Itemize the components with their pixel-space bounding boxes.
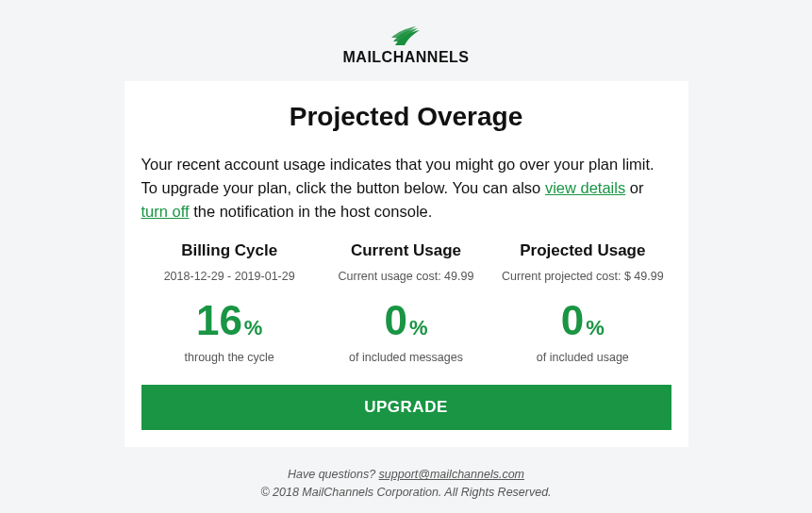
mailchannels-wing-icon (391, 26, 422, 47)
intro-post: the notification in the host console. (190, 203, 433, 220)
projected-usage-stat: Projected Usage Current projected cost: … (494, 241, 671, 364)
footer: Have questions? support@mailchannels.com… (0, 466, 812, 502)
projected-sub: Current projected cost: $ 49.99 (500, 270, 665, 283)
logo-text: MAILCHANNELS (343, 49, 470, 66)
current-percent: % (409, 318, 428, 339)
intro-mid: or (625, 179, 643, 196)
billing-title: Billing Cycle (147, 241, 312, 260)
upgrade-button[interactable]: UPGRADE (141, 385, 671, 430)
projected-number: 0 (561, 300, 584, 341)
billing-percent: % (244, 318, 263, 339)
page-container: MAILCHANNELS Projected Overage Your rece… (0, 0, 812, 502)
logo: MAILCHANNELS (343, 26, 470, 66)
billing-value: 16 % (196, 300, 263, 341)
current-sub: Current usage cost: 49.99 (323, 270, 489, 283)
support-email-link[interactable]: support@mailchannels.com (379, 468, 524, 481)
billing-number: 16 (196, 300, 242, 341)
page-title: Projected Overage (141, 102, 671, 132)
footer-line1: Have questions? support@mailchannels.com (0, 466, 812, 484)
turn-off-link[interactable]: turn off (141, 203, 190, 220)
intro-text: Your recent account usage indicates that… (141, 153, 671, 223)
footer-question: Have questions? (288, 468, 379, 481)
billing-cycle-stat: Billing Cycle 2018-12-29 - 2019-01-29 16… (141, 241, 318, 364)
projected-percent: % (586, 318, 605, 339)
current-title: Current Usage (323, 241, 489, 260)
logo-area: MAILCHANNELS (0, 0, 812, 81)
current-caption: of included messages (323, 351, 489, 364)
current-number: 0 (384, 300, 406, 341)
view-details-link[interactable]: view details (545, 179, 625, 196)
projected-title: Projected Usage (500, 241, 665, 260)
stats-row: Billing Cycle 2018-12-29 - 2019-01-29 16… (141, 241, 671, 364)
current-usage-stat: Current Usage Current usage cost: 49.99 … (318, 241, 494, 364)
projected-caption: of included usage (500, 351, 665, 364)
billing-caption: through the cycle (147, 351, 312, 364)
current-value: 0 % (384, 300, 427, 341)
footer-copyright: © 2018 MailChannels Corporation. All Rig… (0, 484, 812, 502)
main-card: Projected Overage Your recent account us… (124, 81, 688, 447)
billing-sub: 2018-12-29 - 2019-01-29 (147, 270, 312, 283)
projected-value: 0 % (561, 300, 605, 341)
